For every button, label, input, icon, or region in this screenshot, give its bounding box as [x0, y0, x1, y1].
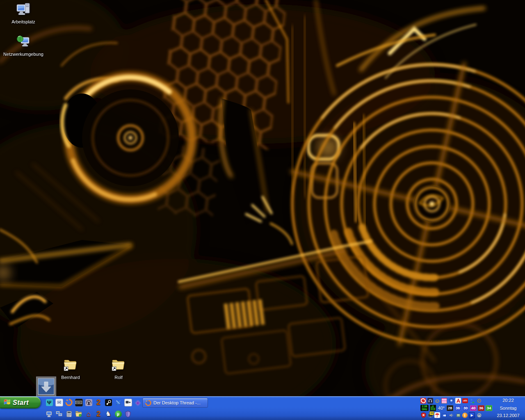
download-arrow-badge[interactable] [36, 377, 56, 397]
start-label: Start [13, 399, 29, 406]
temperature-readout[interactable]: 40° [437, 406, 445, 411]
fido-icon[interactable]: FIDO [74, 398, 83, 407]
tools-icon[interactable] [114, 398, 123, 407]
tray-row-3: 99 [420, 412, 492, 418]
desktop-icon-label: Rolf [114, 375, 123, 380]
network-places-icon [16, 34, 31, 51]
start-button[interactable]: Start [0, 397, 41, 409]
headphones-icon[interactable] [84, 398, 93, 407]
desktop-icon-label: Netzwerkumgebung [3, 52, 43, 57]
firefox-icon [145, 400, 151, 406]
messenger-icon[interactable]: ☺ [434, 398, 440, 404]
temp-badge-6[interactable]: 34 [486, 405, 492, 411]
calculator-icon[interactable] [64, 409, 73, 418]
temp-badge-3[interactable]: 30 [462, 405, 469, 411]
folder-shortcut-icon [111, 358, 126, 374]
mail-icon[interactable]: ✉ [55, 398, 64, 407]
desktop-icon-netzwerkumgebung[interactable]: Netzwerkumgebung [3, 34, 44, 57]
desktop-icon-arbeitsplatz[interactable]: Arbeitsplatz [3, 2, 44, 24]
folder-icon[interactable] [74, 409, 83, 418]
user-switch-icon[interactable] [469, 398, 475, 404]
quick-launch-row1: Ψ ✉ FIDO [45, 398, 142, 407]
network-computers-icon[interactable] [55, 409, 64, 418]
quick-launch-row2: ⌂ 2 ♞ µ [45, 409, 132, 418]
diamond-icon[interactable]: ◈ [133, 398, 142, 407]
window-button-label: Der Desktop Thread -... [153, 400, 201, 405]
temp-badge-4[interactable]: 40 [470, 405, 477, 411]
net-meter-icon[interactable]: 99 [427, 412, 433, 418]
windows-logo-icon [4, 398, 11, 407]
striped-badge-icon[interactable] [441, 398, 447, 404]
audio-config-icon[interactable] [476, 412, 482, 418]
numeral-2-icon[interactable]: 2 [94, 409, 103, 418]
led-meter-icon[interactable] [430, 405, 436, 411]
send-to-icon[interactable] [123, 398, 132, 407]
desktop-icon-bernhard[interactable]: Bernhard [50, 358, 91, 380]
play-icon[interactable]: ▶ [469, 412, 475, 418]
computer-icon[interactable] [45, 409, 54, 418]
clock-time: 20:22 [492, 398, 524, 403]
steam-icon[interactable] [104, 398, 113, 407]
cpu-speed-readout[interactable]: 2.38 GHz [420, 405, 429, 411]
removable-device-icon[interactable] [455, 412, 461, 418]
media-app-icon[interactable]: Ψ [45, 398, 54, 407]
desktop-icon-label: Bernhard [61, 375, 80, 380]
desktop-icon-label: Arbeitsplatz [11, 19, 35, 24]
red-shield-alert-icon[interactable] [420, 412, 426, 418]
temp-badge-2[interactable]: 36 [454, 405, 461, 411]
headphones-tray-icon[interactable] [427, 398, 433, 404]
my-computer-icon [16, 2, 31, 18]
folder-shortcut-icon [63, 358, 78, 374]
temp-badge-5[interactable]: 36 [478, 405, 484, 411]
taskbar: Start Ψ ✉ FIDO [0, 396, 525, 420]
temp-badge-1[interactable]: 28 [447, 405, 453, 411]
numeral-2-icon[interactable]: 2 [94, 398, 103, 407]
red-logo-icon[interactable] [455, 398, 461, 404]
blue-shield-icon[interactable] [448, 398, 454, 404]
tray-row-1: ☺ ATI [420, 397, 492, 404]
knight-icon[interactable]: ♞ [104, 409, 113, 418]
system-tray: ☺ ATI [420, 396, 525, 420]
clock-date: 23.12.2007 [492, 413, 524, 418]
wallpaper-image [0, 0, 525, 420]
window-restore-icon[interactable] [441, 412, 447, 418]
screen: Arbeitsplatz Netzwerkumgebung [0, 0, 525, 420]
avira-umbrella-icon[interactable] [434, 412, 440, 418]
tray-clock[interactable]: 20:22 Sonntag 23.12.2007 [492, 396, 525, 420]
firefox-icon[interactable] [64, 398, 73, 407]
tray-row-2: 2.38 GHz 40° 28 36 [420, 405, 492, 411]
volume-icon[interactable] [448, 412, 454, 418]
clock-day: Sonntag [492, 406, 524, 411]
utorrent-icon[interactable]: µ [114, 409, 123, 418]
gear-icon[interactable]: ⚙ [476, 398, 482, 404]
shield-icon[interactable] [123, 409, 132, 418]
desktop-icon-rolf[interactable]: Rolf [98, 358, 139, 380]
ati-icon[interactable]: ATI [462, 398, 468, 404]
taskbar-window-button[interactable]: Der Desktop Thread -... [142, 398, 208, 408]
fan-monitor-icon[interactable] [420, 398, 426, 404]
info-icon[interactable]: i [462, 413, 468, 418]
house-icon[interactable]: ⌂ [84, 409, 93, 418]
tray-icon-rows: ☺ ATI [420, 396, 492, 420]
desktop: Arbeitsplatz Netzwerkumgebung [0, 0, 525, 420]
